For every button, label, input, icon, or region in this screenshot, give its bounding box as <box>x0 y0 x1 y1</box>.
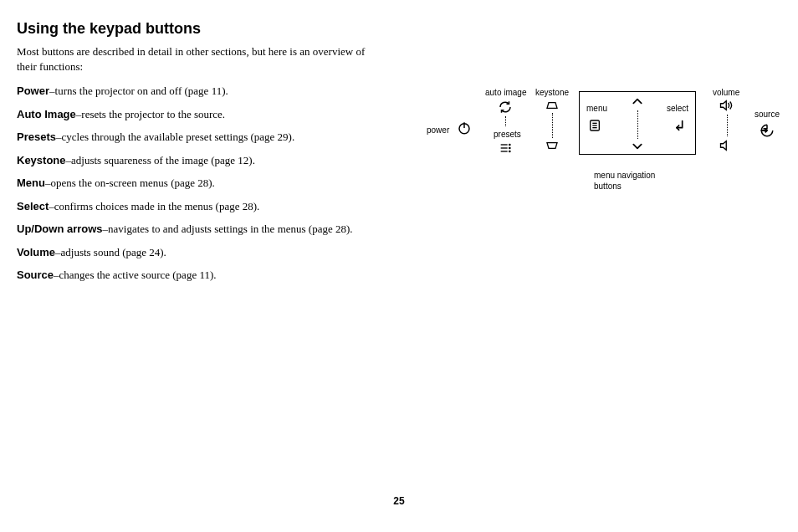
label-select: select <box>667 104 688 113</box>
page-number: 25 <box>0 495 798 507</box>
term-presets: Presets <box>17 130 56 143</box>
volume-up-icon <box>719 100 734 111</box>
svg-marker-9 <box>547 143 557 149</box>
label-keystone: keystone <box>535 88 569 97</box>
svg-marker-15 <box>721 141 727 151</box>
label-power: power <box>427 125 449 135</box>
source-icon <box>760 123 775 138</box>
keystone-down-icon <box>545 141 559 150</box>
label-source: source <box>755 110 780 119</box>
term-keystone: Keystone <box>17 154 66 166</box>
item-presets: Presets–cycles through the available pre… <box>17 130 435 145</box>
desc-updown: –navigates to and adjusts settings in th… <box>103 223 353 235</box>
desc-presets: –cycles through the available preset set… <box>56 130 294 143</box>
presets-icon <box>499 141 512 155</box>
term-power: Power <box>17 84 49 97</box>
item-source: Source–changes the active source (page 1… <box>17 268 435 283</box>
svg-marker-14 <box>721 101 727 110</box>
menu-navigation-box: menu select <box>579 91 696 155</box>
desc-auto-image: –resets the projector to the source. <box>76 108 225 120</box>
desc-power: –turns the projector on and off (page 11… <box>49 84 228 97</box>
intro-paragraph: Most buttons are described in detail in … <box>17 44 385 74</box>
item-updown: Up/Down arrows–navigates to and adjusts … <box>17 222 435 237</box>
auto-image-icon <box>498 100 513 115</box>
connector-dots <box>727 115 728 136</box>
desc-keystone: –adjusts squareness of the image (page 1… <box>66 154 255 166</box>
document-page: Using the keypad buttons Most buttons ar… <box>0 0 798 532</box>
item-power: Power–turns the projector on and off (pa… <box>17 84 435 99</box>
down-arrow-icon <box>632 142 643 151</box>
page-title: Using the keypad buttons <box>17 20 781 38</box>
term-source: Source <box>17 269 54 281</box>
select-icon <box>673 119 687 132</box>
label-volume: volume <box>713 88 739 97</box>
desc-volume: –adjusts sound (page 24). <box>55 246 166 258</box>
desc-source: –changes the active source (page 11). <box>54 269 216 281</box>
power-icon <box>457 120 472 136</box>
keystone-up-icon <box>545 101 559 110</box>
label-nav-caption: menu navigation buttons <box>594 170 678 192</box>
svg-point-5 <box>509 147 510 148</box>
connector-dots <box>552 113 553 138</box>
connector-dots <box>505 116 506 126</box>
term-updown: Up/Down arrows <box>17 223 103 235</box>
desc-select: –confirms choices made in the menus (pag… <box>49 200 259 212</box>
item-keystone: Keystone–adjusts squareness of the image… <box>17 153 435 168</box>
term-select: Select <box>17 200 49 212</box>
menu-icon <box>588 119 601 132</box>
item-volume: Volume–adjusts sound (page 24). <box>17 245 435 260</box>
item-select: Select–confirms choices made in the menu… <box>17 199 435 214</box>
connector-dots <box>637 110 638 139</box>
svg-point-7 <box>509 151 510 151</box>
label-auto-image: auto image <box>485 88 526 97</box>
volume-down-icon <box>719 140 734 151</box>
up-arrow-icon <box>632 97 643 105</box>
desc-menu: –opens the on-screen menus (page 28). <box>45 176 215 189</box>
svg-point-3 <box>509 144 510 145</box>
term-volume: Volume <box>17 246 55 258</box>
label-presets: presets <box>494 130 521 139</box>
item-auto-image: Auto Image–resets the projector to the s… <box>17 107 435 122</box>
item-menu: Menu–opens the on-screen menus (page 28)… <box>17 176 435 191</box>
term-auto-image: Auto Image <box>17 108 76 120</box>
svg-marker-8 <box>547 103 557 109</box>
term-menu: Menu <box>17 176 45 189</box>
label-menu: menu <box>586 104 607 113</box>
